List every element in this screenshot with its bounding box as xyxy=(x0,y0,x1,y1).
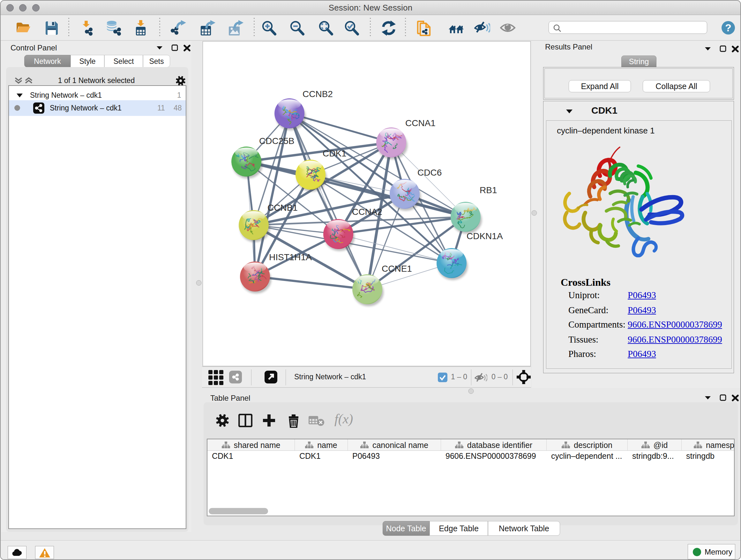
svg-text:CDC6: CDC6 xyxy=(417,168,442,178)
svg-text:CDKN1A: CDKN1A xyxy=(467,231,503,241)
svg-text:CCNB1: CCNB1 xyxy=(267,203,298,212)
svg-text:CCNA2: CCNA2 xyxy=(352,207,382,217)
svg-text:?: ? xyxy=(725,22,731,34)
svg-text:CDC25B: CDC25B xyxy=(259,136,294,146)
svg-text:CCNE1: CCNE1 xyxy=(382,264,412,273)
svg-text:RB1: RB1 xyxy=(480,185,497,195)
svg-text:CCNB2: CCNB2 xyxy=(302,89,333,99)
svg-text:CDK1: CDK1 xyxy=(323,148,347,159)
svg-text:CCNA1: CCNA1 xyxy=(405,118,435,128)
svg-text:HIST1H1A: HIST1H1A xyxy=(269,252,312,262)
